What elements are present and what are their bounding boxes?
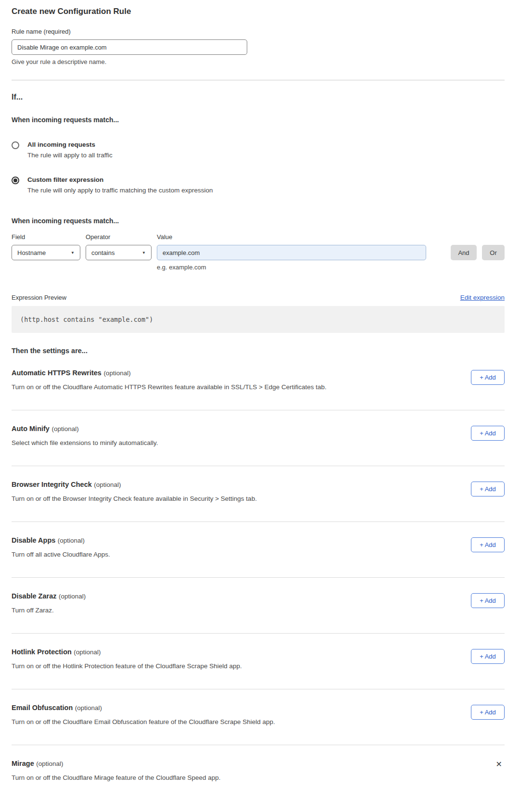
and-button[interactable]: And — [451, 245, 477, 260]
radio-description: The rule will only apply to traffic matc… — [27, 187, 213, 194]
setting-name: Disable Apps — [12, 536, 55, 544]
expression-preview-code: (http.host contains "example.com") — [12, 306, 505, 333]
add-button[interactable]: + Add — [471, 537, 505, 552]
chevron-down-icon: ▼ — [71, 251, 75, 255]
setting-description: Turn on or off the Cloudflare Automatic … — [12, 383, 327, 391]
setting-email-obfuscation: Email Obfuscation (optional) Turn on or … — [12, 689, 505, 745]
setting-auto-minify: Auto Minify (optional) Select which file… — [12, 410, 505, 466]
radio-icon[interactable] — [12, 141, 19, 149]
if-heading: If... — [12, 93, 505, 102]
setting-name: Disable Zaraz — [12, 592, 57, 600]
setting-browser-integrity-check: Browser Integrity Check (optional) Turn … — [12, 466, 505, 522]
setting-description: Select which file extensions to minify a… — [12, 439, 158, 446]
optional-suffix: (optional) — [36, 760, 63, 767]
setting-name: Automatic HTTPS Rewrites — [12, 369, 101, 377]
optional-suffix: (optional) — [59, 593, 86, 600]
page-title: Create new Configuration Rule — [12, 7, 505, 16]
radio-description: The rule will apply to all traffic — [27, 152, 113, 159]
optional-suffix: (optional) — [51, 425, 78, 432]
radio-label: Custom filter expression — [27, 176, 213, 183]
setting-name: Hotlink Protection — [12, 648, 72, 656]
add-button[interactable]: + Add — [471, 593, 505, 608]
setting-description: Turn off Zaraz. — [12, 607, 86, 614]
expression-builder-row: Field Hostname ▼ Operator contains ▼ Val… — [12, 233, 505, 260]
radio-all-incoming-requests[interactable]: All incoming requests The rule will appl… — [12, 141, 505, 159]
match-type-heading: When incoming requests match... — [12, 116, 505, 124]
create-configuration-rule-form: Create new Configuration Rule Rule name … — [0, 0, 532, 788]
value-label: Value — [157, 233, 426, 241]
or-button[interactable]: Or — [482, 245, 505, 260]
setting-description: Turn on or off the Browser Integrity Che… — [12, 495, 257, 502]
expression-preview-label: Expression Preview — [12, 294, 66, 301]
setting-automatic-https-rewrites: Automatic HTTPS Rewrites (optional) Turn… — [12, 355, 505, 410]
optional-suffix: (optional) — [74, 648, 101, 656]
radio-label: All incoming requests — [27, 141, 113, 148]
optional-suffix: (optional) — [103, 369, 130, 377]
setting-description: Turn on or off the Cloudflare Email Obfu… — [12, 718, 275, 725]
field-select-value: Hostname — [17, 249, 46, 256]
radio-custom-filter-expression[interactable]: Custom filter expression The rule will o… — [12, 176, 505, 194]
optional-suffix: (optional) — [75, 704, 102, 712]
value-input[interactable] — [157, 245, 426, 260]
add-button[interactable]: + Add — [471, 426, 505, 441]
close-icon[interactable]: ✕ — [496, 761, 502, 768]
add-button[interactable]: + Add — [471, 649, 505, 664]
radio-icon-selected[interactable] — [12, 177, 19, 184]
setting-description: Turn on or off the Hotlink Protection fe… — [12, 662, 242, 670]
setting-name: Auto Minify — [12, 425, 50, 432]
setting-mirage: Mirage (optional) Turn on or off the Clo… — [12, 745, 505, 788]
settings-heading: Then the settings are... — [12, 347, 505, 355]
setting-name: Email Obfuscation — [12, 704, 73, 712]
rule-name-label: Rule name (required) — [12, 28, 505, 35]
operator-label: Operator — [86, 233, 152, 241]
optional-suffix: (optional) — [58, 537, 85, 544]
rule-name-input[interactable] — [12, 39, 247, 55]
section-divider — [12, 80, 505, 80]
field-label: Field — [12, 233, 80, 241]
setting-disable-apps: Disable Apps (optional) Turn off all act… — [12, 522, 505, 578]
expression-builder-heading: When incoming requests match... — [12, 217, 505, 225]
chevron-down-icon: ▼ — [142, 251, 146, 255]
add-button[interactable]: + Add — [471, 482, 505, 496]
edit-expression-link[interactable]: Edit expression — [460, 294, 505, 301]
operator-select[interactable]: contains ▼ — [86, 245, 152, 260]
setting-name: Mirage — [12, 760, 34, 767]
field-select[interactable]: Hostname ▼ — [12, 245, 80, 260]
add-button[interactable]: + Add — [471, 370, 505, 385]
setting-name: Browser Integrity Check — [12, 481, 92, 488]
setting-disable-zaraz: Disable Zaraz (optional) Turn off Zaraz.… — [12, 578, 505, 634]
setting-hotlink-protection: Hotlink Protection (optional) Turn on or… — [12, 634, 505, 689]
setting-description: Turn off all active Cloudflare Apps. — [12, 551, 110, 558]
rule-name-help: Give your rule a descriptive name. — [12, 58, 505, 65]
setting-description: Turn on or off the Cloudflare Mirage fea… — [12, 774, 221, 781]
add-button[interactable]: + Add — [471, 705, 505, 720]
operator-select-value: contains — [91, 249, 114, 256]
value-help: e.g. example.com — [157, 264, 505, 271]
optional-suffix: (optional) — [94, 481, 121, 488]
